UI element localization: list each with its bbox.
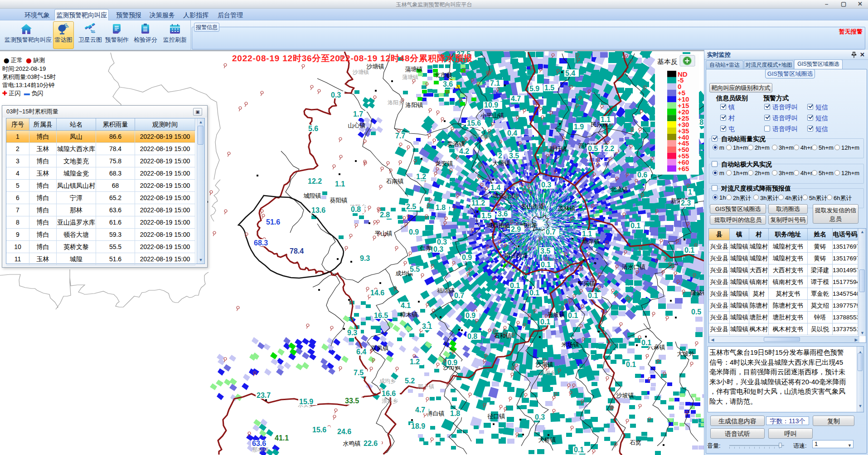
svg-text:1.1: 1.1 — [582, 230, 592, 238]
svg-text:樟木镇: 樟木镇 — [400, 311, 418, 318]
svg-text:洛阳乡: 洛阳乡 — [388, 99, 404, 106]
svg-text:城北街道: 城北街道 — [492, 192, 516, 199]
svg-text:2.2: 2.2 — [604, 145, 614, 152]
svg-text:78.4: 78.4 — [290, 247, 304, 255]
svg-text:沙坡镇: 沙坡镇 — [616, 392, 634, 399]
svg-text:1.9: 1.9 — [574, 123, 584, 131]
svg-text:23.7: 23.7 — [257, 391, 271, 399]
svg-text:0.1: 0.1 — [574, 446, 584, 454]
svg-text:63.6: 63.6 — [252, 440, 266, 447]
svg-text:1.7: 1.7 — [353, 110, 363, 118]
svg-text:0.3: 0.3 — [331, 91, 341, 99]
svg-text:0.3: 0.3 — [535, 413, 545, 421]
svg-text:1: 1 — [688, 188, 692, 196]
svg-text:1.4: 1.4 — [490, 184, 500, 191]
svg-text:1.5: 1.5 — [544, 84, 554, 92]
svg-text:5.2: 5.2 — [405, 377, 415, 385]
svg-text:水鸣镇: 水鸣镇 — [343, 440, 361, 447]
svg-text:3.5: 3.5 — [509, 152, 519, 160]
svg-text:隆盛镇: 隆盛镇 — [691, 289, 704, 296]
svg-text:大桥镇: 大桥镇 — [538, 436, 556, 443]
svg-text:0.3: 0.3 — [541, 181, 551, 189]
svg-text:南江街道: 南江街道 — [504, 252, 528, 259]
svg-text:22.6: 22.6 — [364, 440, 378, 447]
svg-text:小平山乡: 小平山乡 — [470, 133, 491, 139]
svg-text:1.5: 1.5 — [481, 212, 491, 220]
svg-text:2.9: 2.9 — [511, 225, 521, 233]
svg-text:11.2: 11.2 — [471, 199, 485, 207]
svg-text:2: 2 — [498, 152, 502, 160]
svg-text:4.7: 4.7 — [511, 95, 521, 103]
svg-text:13.6: 13.6 — [311, 206, 325, 214]
svg-text:沙塘镇: 沙塘镇 — [352, 69, 369, 75]
svg-text:10.9: 10.9 — [484, 101, 498, 109]
svg-text:洛阳镇: 洛阳镇 — [406, 102, 423, 108]
svg-text:0.5: 0.5 — [588, 145, 598, 152]
svg-text:名山街道: 名山街道 — [521, 203, 544, 210]
svg-text:博白镇: 博白镇 — [427, 410, 445, 417]
svg-text:5.4: 5.4 — [565, 69, 575, 77]
svg-text:0.7: 0.7 — [454, 292, 464, 299]
svg-text:清水口镇: 清水口镇 — [622, 264, 645, 270]
svg-text:7.1: 7.1 — [490, 79, 500, 87]
svg-text:那林镇: 那林镇 — [252, 446, 269, 453]
svg-text:3.6: 3.6 — [498, 210, 508, 218]
svg-text:0.3: 0.3 — [433, 245, 443, 253]
svg-text:1.2: 1.2 — [416, 173, 426, 181]
svg-text:马坡镇: 马坡镇 — [548, 311, 565, 318]
svg-text:3.6: 3.6 — [443, 80, 453, 88]
svg-text:3.1: 3.1 — [422, 323, 432, 330]
svg-text:5.5: 5.5 — [410, 265, 420, 273]
svg-text:北流镇: 北流镇 — [611, 186, 628, 193]
svg-text:0.1: 0.1 — [510, 282, 520, 289]
svg-text:3.5: 3.5 — [540, 247, 550, 255]
svg-text:18.9: 18.9 — [411, 422, 425, 430]
svg-text:0.4: 0.4 — [507, 129, 517, 137]
svg-text:基本反: 基本反 — [657, 58, 678, 65]
svg-text:福绵镇: 福绵镇 — [437, 287, 455, 294]
svg-text:51.6: 51.6 — [266, 218, 280, 226]
svg-text:大坡外: 大坡外 — [677, 350, 695, 357]
svg-text:1.8: 1.8 — [436, 204, 446, 211]
svg-text:北市镇: 北市镇 — [435, 72, 452, 78]
svg-text:平乐镇: 平乐镇 — [578, 280, 596, 287]
svg-text:石窝: 石窝 — [630, 439, 641, 446]
svg-text:2.5: 2.5 — [406, 203, 416, 210]
svg-text:15.6: 15.6 — [312, 426, 326, 434]
svg-text:0.1: 0.1 — [568, 312, 578, 319]
svg-text:0.7: 0.7 — [546, 228, 556, 236]
svg-text:0.3: 0.3 — [437, 238, 447, 246]
svg-text:0.1: 0.1 — [540, 318, 550, 326]
svg-text:平山镇: 平山镇 — [375, 230, 393, 237]
svg-text:城西街道: 城西街道 — [487, 222, 510, 229]
svg-text:41.1: 41.1 — [275, 434, 289, 442]
svg-text:小平山镇: 小平山镇 — [480, 112, 504, 119]
svg-text:0.1: 0.1 — [588, 292, 598, 299]
svg-text:4.7: 4.7 — [415, 406, 425, 414]
svg-text:4.2: 4.2 — [459, 147, 469, 155]
svg-text:4.1: 4.1 — [401, 302, 411, 309]
svg-text:0.1: 0.1 — [626, 361, 636, 368]
svg-text:0.1: 0.1 — [684, 246, 694, 254]
svg-text:米场镇: 米场镇 — [562, 341, 579, 348]
svg-text:15.9: 15.9 — [299, 398, 313, 406]
svg-text:石南镇: 石南镇 — [386, 178, 404, 185]
svg-text:浪平乡: 浪平乡 — [382, 398, 398, 404]
svg-text:0.1: 0.1 — [529, 289, 539, 297]
svg-text:那卜镇: 那卜镇 — [418, 383, 434, 390]
svg-text:16.6: 16.6 — [382, 390, 396, 397]
svg-text:石和镇: 石和镇 — [494, 333, 512, 339]
svg-text:9.3: 9.3 — [360, 254, 370, 262]
svg-text:新圩镇: 新圩镇 — [549, 146, 567, 152]
svg-text:33.5: 33.5 — [345, 397, 359, 405]
svg-text:7.7: 7.7 — [395, 132, 405, 140]
svg-text:山心镇: 山心镇 — [348, 122, 366, 129]
svg-text:0.9: 0.9 — [447, 359, 457, 367]
svg-text:0.1: 0.1 — [630, 222, 640, 230]
svg-text:0.9: 0.9 — [409, 228, 419, 236]
svg-text:0.1: 0.1 — [641, 339, 651, 347]
svg-text:24.6: 24.6 — [337, 428, 351, 435]
svg-text:14.6: 14.6 — [370, 289, 384, 297]
svg-text:蒲塘镇: 蒲塘镇 — [405, 66, 423, 73]
svg-text:城隍镇: 城隍镇 — [304, 192, 321, 199]
